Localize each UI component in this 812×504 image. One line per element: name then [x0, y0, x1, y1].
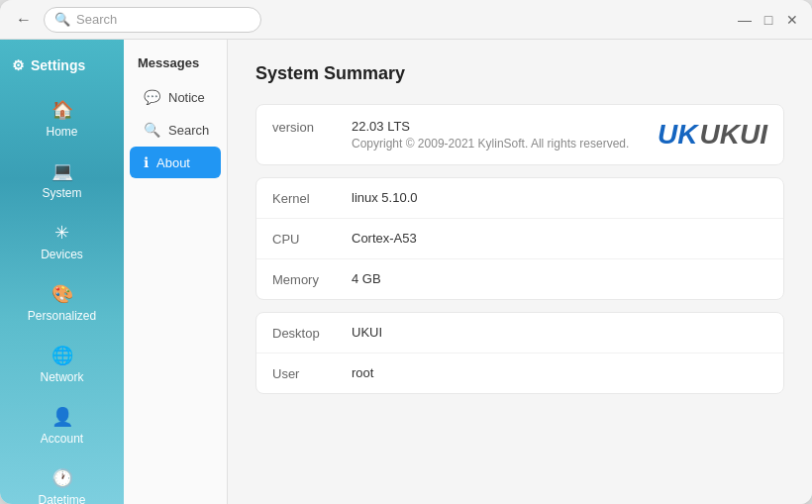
datetime-icon: 🕐: [51, 467, 73, 489]
app-title-label: Settings: [31, 57, 85, 73]
sidebar-label-system: System: [42, 186, 81, 200]
secondary-item-notice[interactable]: 💬 Notice: [130, 81, 221, 113]
sidebar-label-personalized: Personalized: [28, 309, 96, 323]
copyright-text: Copyright © 2009-2021 KylinSoft. All rig…: [352, 137, 629, 151]
titlebar-left: ← 🔍 Search: [12, 7, 261, 33]
sidebar-item-home[interactable]: 🏠 Home: [6, 89, 118, 147]
titlebar-search-box[interactable]: 🔍 Search: [44, 7, 261, 33]
account-icon: 👤: [51, 406, 73, 428]
secondary-item-search[interactable]: 🔍 Search: [130, 114, 221, 146]
settings-window: ← 🔍 Search — □ ✕ ⚙ Settings 🏠 Home �: [0, 0, 812, 504]
secondary-item-about[interactable]: ℹ About: [130, 147, 221, 178]
version-row: version 22.03 LTS Copyright © 2009-2021 …: [256, 105, 783, 164]
memory-label: Memory: [272, 271, 352, 287]
titlebar-controls: — □ ✕: [737, 12, 800, 28]
ukui-logo: UK UKUI: [658, 119, 767, 151]
desktop-user-card: Desktop UKUI User root: [255, 312, 784, 394]
page-title: System Summary: [255, 63, 784, 84]
sidebar-item-personalized[interactable]: 🎨 Personalized: [6, 273, 118, 331]
sidebar-item-datetime[interactable]: 🕐 Datetime: [6, 457, 118, 504]
search-placeholder: Search: [76, 12, 117, 27]
desktop-row: Desktop UKUI: [256, 313, 783, 353]
system-icon: 💻: [51, 160, 73, 182]
cpu-label: CPU: [272, 231, 352, 247]
devices-icon: ✳: [54, 222, 69, 244]
sidebar-item-devices[interactable]: ✳ Devices: [6, 212, 118, 269]
system-info-card: Kernel linux 5.10.0 CPU Cortex-A53 Memor…: [255, 177, 784, 300]
sidebar-label-devices: Devices: [41, 248, 83, 261]
settings-icon: ⚙: [12, 57, 25, 73]
version-card: version 22.03 LTS Copyright © 2009-2021 …: [255, 104, 784, 165]
sidebar-label-account: Account: [41, 432, 83, 446]
personalized-icon: 🎨: [51, 283, 73, 305]
sidebar-label-datetime: Datetime: [38, 493, 85, 504]
kernel-label: Kernel: [272, 190, 352, 206]
version-label: version: [272, 119, 352, 135]
back-button[interactable]: ←: [12, 8, 36, 32]
user-label: User: [272, 365, 352, 381]
search-icon: 🔍: [54, 12, 70, 27]
secondary-label-about: About: [156, 155, 190, 170]
home-icon: 🏠: [51, 99, 73, 121]
user-row: User root: [256, 353, 783, 393]
sidebar-item-account[interactable]: 👤 Account: [6, 396, 118, 454]
primary-sidebar: ⚙ Settings 🏠 Home 💻 System ✳ Devices 🎨 P…: [0, 40, 124, 504]
secondary-sidebar-header: Messages: [124, 51, 227, 80]
search-secondary-icon: 🔍: [144, 122, 160, 138]
minimize-button[interactable]: —: [737, 12, 753, 28]
desktop-label: Desktop: [272, 325, 352, 341]
kernel-value: linux 5.10.0: [352, 190, 418, 205]
close-button[interactable]: ✕: [784, 12, 800, 28]
network-icon: 🌐: [51, 345, 73, 366]
version-value: 22.03 LTS: [352, 119, 629, 134]
ukui-uk-text: UK: [658, 119, 697, 151]
titlebar: ← 🔍 Search — □ ✕: [0, 0, 812, 40]
back-icon: ←: [16, 11, 32, 29]
sidebar-item-system[interactable]: 💻 System: [6, 151, 118, 208]
cpu-row: CPU Cortex-A53: [256, 219, 783, 259]
ukui-word-text: UKUI: [700, 119, 767, 151]
secondary-label-search: Search: [168, 123, 209, 138]
notice-icon: 💬: [144, 89, 160, 105]
secondary-label-notice: Notice: [168, 90, 205, 105]
secondary-sidebar: Messages 💬 Notice 🔍 Search ℹ About: [124, 40, 228, 504]
memory-value: 4 GB: [352, 271, 381, 286]
kernel-row: Kernel linux 5.10.0: [256, 178, 783, 219]
cpu-value: Cortex-A53: [352, 231, 417, 246]
maximize-button[interactable]: □: [761, 12, 776, 28]
desktop-value: UKUI: [352, 325, 382, 340]
user-value: root: [352, 365, 373, 380]
version-value-block: 22.03 LTS Copyright © 2009-2021 KylinSof…: [352, 119, 629, 151]
sidebar-label-network: Network: [40, 370, 83, 384]
main-content: System Summary version 22.03 LTS Copyrig…: [228, 40, 812, 504]
content-area: ⚙ Settings 🏠 Home 💻 System ✳ Devices 🎨 P…: [0, 40, 812, 504]
sidebar-label-home: Home: [46, 125, 77, 139]
sidebar-item-network[interactable]: 🌐 Network: [6, 335, 118, 392]
about-icon: ℹ: [144, 154, 149, 170]
memory-row: Memory 4 GB: [256, 259, 783, 299]
app-title-area: ⚙ Settings: [0, 48, 124, 87]
